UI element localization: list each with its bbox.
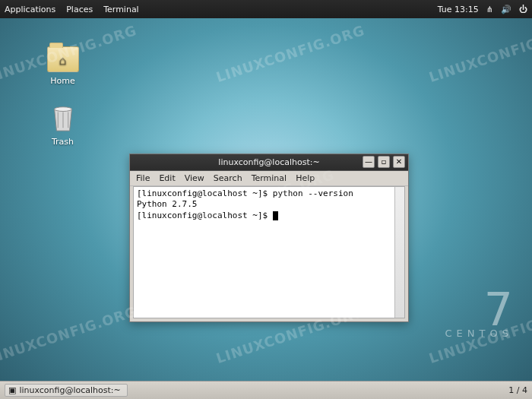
terminal-submenu[interactable]: Terminal — [252, 173, 287, 183]
terminal-output[interactable]: [linuxconfig@localhost ~]$ python --vers… — [133, 186, 405, 318]
brand-name: CENTOS — [445, 328, 513, 339]
clock[interactable]: Tue 13:15 — [438, 5, 479, 14]
window-title: linuxconfig@localhost:~ — [218, 157, 319, 167]
bottom-panel: ▣ linuxconfig@localhost:~ 1 / 4 — [0, 381, 532, 399]
terminal-window[interactable]: linuxconfig@localhost:~ — ▫ ✕ File Edit … — [129, 154, 409, 322]
applications-menu[interactable]: Applications — [5, 5, 55, 14]
svg-point-0 — [54, 107, 71, 112]
maximize-button[interactable]: ▫ — [378, 156, 390, 168]
home-label: Home — [38, 76, 87, 86]
terminal-line-1: [linuxconfig@localhost ~]$ python --vers… — [137, 188, 353, 198]
distro-brand: 7 CENTOS — [445, 291, 513, 339]
home-icon: ⌂ — [59, 53, 66, 68]
close-button[interactable]: ✕ — [393, 156, 405, 168]
terminal-prompt: [linuxconfig@localhost ~]$ — [137, 211, 273, 220]
search-menu[interactable]: Search — [214, 173, 242, 183]
taskbar-item-label: linuxconfig@localhost:~ — [19, 385, 120, 395]
home-folder[interactable]: ⌂ Home — [38, 41, 87, 86]
view-menu[interactable]: View — [185, 173, 204, 183]
edit-menu[interactable]: Edit — [159, 173, 175, 183]
trash-can-icon — [47, 102, 79, 134]
taskbar-window-button[interactable]: ▣ linuxconfig@localhost:~ — [5, 384, 128, 397]
volume-icon[interactable]: 🔊 — [501, 5, 511, 14]
trash-icon[interactable]: Trash — [38, 102, 87, 147]
terminal-menu[interactable]: Terminal — [103, 5, 139, 14]
taskbar-terminal-icon: ▣ — [8, 385, 16, 395]
minimize-button[interactable]: — — [363, 156, 375, 168]
places-menu[interactable]: Places — [66, 5, 93, 14]
top-panel: Applications Places Terminal Tue 13:15 ⋔… — [0, 0, 532, 18]
desktop[interactable]: ⌂ Home Trash linuxconfig@localhost:~ — ▫… — [0, 18, 532, 381]
file-menu[interactable]: File — [136, 173, 150, 183]
brand-version: 7 — [445, 291, 513, 328]
workspace-switcher[interactable]: 1 / 4 — [508, 385, 527, 395]
window-titlebar[interactable]: linuxconfig@localhost:~ — ▫ ✕ — [130, 154, 408, 171]
terminal-cursor — [273, 211, 278, 220]
network-icon[interactable]: ⋔ — [486, 5, 493, 14]
trash-label: Trash — [38, 137, 87, 147]
power-icon[interactable]: ⏻ — [519, 5, 527, 14]
terminal-line-2: Python 2.7.5 — [137, 199, 197, 209]
terminal-menubar: File Edit View Search Terminal Help — [130, 171, 408, 186]
help-menu[interactable]: Help — [296, 173, 315, 183]
